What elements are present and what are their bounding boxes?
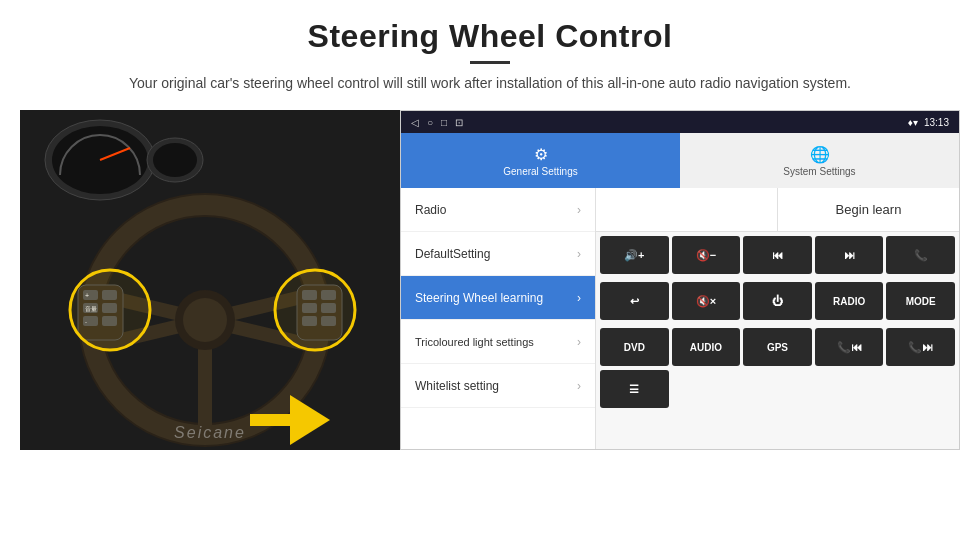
signal-icon: ♦▾ [908, 117, 918, 128]
power-button[interactable]: ⏻ [743, 282, 812, 320]
menu-steering-label: Steering Wheel learning [415, 291, 543, 305]
menu-radio-label: Radio [415, 203, 446, 217]
page-title: Steering Wheel Control [129, 18, 851, 55]
mute-icon: 🔇× [696, 295, 716, 308]
vol-down-button[interactable]: 🔇− [672, 236, 741, 274]
svg-rect-31 [250, 414, 292, 426]
recents-icon: □ [441, 117, 447, 128]
tel-next-button[interactable]: 📞⏭ [886, 328, 955, 366]
gps-label: GPS [767, 342, 788, 353]
title-divider [470, 61, 510, 64]
phone-icon: 📞 [914, 249, 928, 262]
menu-btn[interactable]: ☰ [600, 370, 669, 408]
system-settings-icon: 🌐 [810, 145, 830, 164]
phone-button[interactable]: 📞 [886, 236, 955, 274]
hangup-button[interactable]: ↩ [600, 282, 669, 320]
controls-row4: ☰ [596, 370, 959, 412]
controls-row1: 🔊+ 🔇− ⏮ ⏭ 📞 [596, 232, 959, 278]
general-settings-icon: ⚙ [534, 145, 548, 164]
status-bar: ◁ ○ □ ⊡ ♦▾ 13:13 [401, 111, 959, 133]
page-subtitle: Your original car's steering wheel contr… [129, 72, 851, 94]
svg-point-10 [183, 298, 227, 342]
vol-up-button[interactable]: 🔊+ [600, 236, 669, 274]
power-icon: ⏻ [772, 295, 783, 307]
mode-label: MODE [906, 296, 936, 307]
menu-radio-arrow: › [577, 203, 581, 217]
menu-panel: Radio › DefaultSetting › Steering Wheel … [401, 188, 596, 449]
menu-item-default[interactable]: DefaultSetting › [401, 232, 595, 276]
menu-steering-arrow: › [577, 291, 581, 305]
tab-bar: ⚙ General Settings 🌐 System Settings [401, 133, 959, 188]
audio-button[interactable]: AUDIO [672, 328, 741, 366]
audio-label: AUDIO [690, 342, 722, 353]
hangup-icon: ↩ [630, 295, 639, 308]
radio-button[interactable]: RADIO [815, 282, 884, 320]
tel-prev-button[interactable]: 📞⏮ [815, 328, 884, 366]
prev-track-icon: ⏮ [772, 249, 783, 261]
next-track-button[interactable]: ⏭ [815, 236, 884, 274]
car-image-section: + 音量 - [20, 110, 400, 450]
tel-next-icon: 📞⏭ [908, 341, 933, 354]
menu-item-radio[interactable]: Radio › [401, 188, 595, 232]
svg-point-5 [153, 143, 197, 177]
controls-row2: ↩ 🔇× ⏻ RADIO MODE [596, 278, 959, 324]
tab-general-settings[interactable]: ⚙ General Settings [401, 133, 680, 188]
menu-item-whitelist[interactable]: Whitelist setting › [401, 364, 595, 408]
svg-point-28 [70, 270, 150, 350]
vol-up-icon: 🔊+ [624, 249, 644, 262]
car-svg: + 音量 - [20, 110, 400, 450]
page-wrapper: Steering Wheel Control Your original car… [0, 0, 980, 546]
menu-tricoloured-arrow: › [577, 335, 581, 349]
dvd-label: DVD [624, 342, 645, 353]
mode-button[interactable]: MODE [886, 282, 955, 320]
gps-button[interactable]: GPS [743, 328, 812, 366]
title-section: Steering Wheel Control Your original car… [129, 18, 851, 104]
svg-point-29 [275, 270, 355, 350]
tab-system-settings[interactable]: 🌐 System Settings [680, 133, 959, 188]
next-track-icon: ⏭ [844, 249, 855, 261]
empty-input-box [596, 188, 778, 231]
status-icons-right: ♦▾ 13:13 [908, 117, 949, 128]
menu-tricoloured-label: Tricoloured light settings [415, 335, 534, 349]
tel-prev-icon: 📞⏮ [837, 341, 862, 354]
menu-item-steering[interactable]: Steering Wheel learning › [401, 276, 595, 320]
prev-track-button[interactable]: ⏮ [743, 236, 812, 274]
right-panel: Begin learn 🔊+ 🔇− ⏮ [596, 188, 959, 449]
screenshot-icon: ⊡ [455, 117, 463, 128]
home-icon: ○ [427, 117, 433, 128]
clock: 13:13 [924, 117, 949, 128]
top-row: Begin learn [596, 188, 959, 232]
tab-general-label: General Settings [503, 166, 578, 177]
main-content: Radio › DefaultSetting › Steering Wheel … [401, 188, 959, 449]
controls-row3: DVD AUDIO GPS 📞⏮ 📞⏭ [596, 324, 959, 370]
vol-down-icon: 🔇− [696, 249, 716, 262]
android-screen: ◁ ○ □ ⊡ ♦▾ 13:13 ⚙ General Settings 🌐 [400, 110, 960, 450]
mute-button[interactable]: 🔇× [672, 282, 741, 320]
content-area: + 音量 - [20, 110, 960, 450]
menu-default-arrow: › [577, 247, 581, 261]
back-icon: ◁ [411, 117, 419, 128]
menu-whitelist-label: Whitelist setting [415, 379, 499, 393]
dvd-button[interactable]: DVD [600, 328, 669, 366]
begin-learn-button[interactable]: Begin learn [778, 188, 959, 231]
menu-default-label: DefaultSetting [415, 247, 490, 261]
car-background: + 音量 - [20, 110, 400, 450]
watermark: Seicane [174, 424, 246, 442]
menu-whitelist-arrow: › [577, 379, 581, 393]
status-icons-left: ◁ ○ □ ⊡ [411, 117, 463, 128]
tab-system-label: System Settings [783, 166, 855, 177]
radio-label: RADIO [833, 296, 865, 307]
menu-item-tricoloured[interactable]: Tricoloured light settings › [401, 320, 595, 364]
menu-icon: ☰ [629, 383, 639, 396]
